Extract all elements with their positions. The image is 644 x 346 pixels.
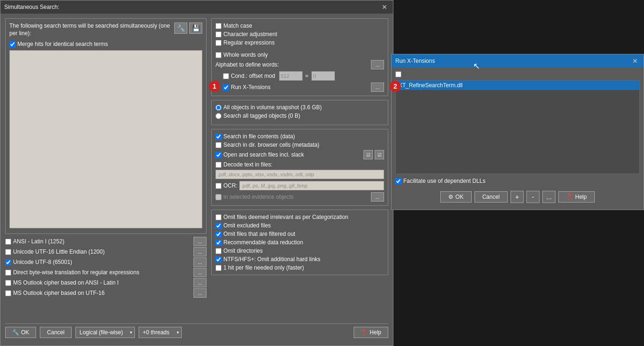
recommendable-label: Recommendable data reduction	[223, 239, 303, 246]
xt-help-button[interactable]: ❓ Help	[558, 191, 595, 203]
wrench-button[interactable]: 🔧	[174, 23, 187, 34]
omit-filtered-label: Omit files that are filtered out	[223, 231, 295, 237]
cond-offset-input1[interactable]	[279, 71, 303, 81]
run-xt-close-button[interactable]: ✕	[630, 57, 640, 65]
encoding-checkbox-6[interactable]	[5, 290, 11, 296]
radio-section: All objects in volume snapshot (3.6 GB) …	[211, 100, 388, 125]
decode-text-label: Decode text in files:	[223, 161, 273, 168]
logical-dropdown[interactable]: Logical (file-wise)	[75, 327, 135, 338]
help-button[interactable]: ❓ Help	[354, 327, 388, 338]
run-xtensions-dots-button[interactable]: ...	[371, 83, 384, 92]
encoding-dots-btn-3[interactable]: ...	[193, 257, 207, 267]
whole-words-checkbox[interactable]	[215, 52, 222, 58]
annotation-1: 1	[209, 81, 220, 92]
encoding-dots-btn-4[interactable]: ...	[193, 268, 207, 277]
omit-irrelevant-checkbox[interactable]	[215, 214, 222, 220]
decode-text-input[interactable]	[215, 170, 384, 179]
omit-dirs-row: Omit directories	[215, 248, 384, 254]
main-dialog-body: The following search terms will be searc…	[0, 14, 393, 346]
encoding-dots-btn-5[interactable]: ...	[193, 278, 207, 287]
run-xtensions-checkbox[interactable]	[223, 84, 229, 90]
search-tagged-radio[interactable]	[215, 113, 222, 119]
cancel-label: Cancel	[47, 329, 64, 336]
run-xt-title: Run X-Tensions	[395, 58, 435, 64]
search-terms-textarea[interactable]	[9, 50, 202, 228]
xt-list-item-selected[interactable]: XT_RefineSearchTerm.dll	[396, 81, 639, 90]
regular-expressions-checkbox[interactable]	[215, 40, 222, 46]
encoding-label-4: Direct byte-wise translation for regular…	[13, 269, 139, 276]
search-contents-label: Search in file contents (data)	[223, 133, 295, 140]
inline-check-pair: ☑ ☑	[363, 150, 384, 159]
search-terms-description: The following search terms will be searc…	[9, 23, 174, 37]
xt-remove-button[interactable]: -	[526, 191, 540, 203]
ntfs-hfs-checkbox[interactable]	[215, 256, 222, 263]
char-adjustment-checkbox[interactable]	[215, 31, 222, 38]
search-dir-checkbox[interactable]	[215, 142, 222, 148]
encoding-checkbox-2[interactable]	[5, 249, 11, 255]
ocr-label: OCR:	[223, 182, 237, 189]
save-button[interactable]: 💾	[189, 23, 202, 34]
omit-dirs-checkbox[interactable]	[215, 248, 222, 254]
search-terms-header: The following search terms will be searc…	[9, 23, 202, 37]
xt-cancel-button[interactable]: Cancel	[474, 191, 508, 203]
in-selected-dots-button[interactable]: ...	[371, 192, 384, 202]
cancel-button[interactable]: Cancel	[40, 327, 71, 338]
facilitate-checkbox[interactable]	[395, 178, 401, 184]
match-case-checkbox[interactable]	[215, 23, 222, 29]
cursor: ↖	[473, 61, 481, 70]
main-close-button[interactable]: ✕	[380, 3, 389, 11]
open-search-checkbox[interactable]	[215, 152, 222, 158]
encoding-label-5: MS Outlook cipher based on ANSI - Latin …	[13, 279, 118, 286]
ok-button[interactable]: 🔧 OK	[5, 327, 36, 338]
all-objects-row: All objects in volume snapshot (3.6 GB)	[215, 104, 384, 111]
decode-text-checkbox[interactable]	[215, 162, 222, 168]
help-icon: ❓	[361, 329, 368, 336]
xt-list[interactable]: XT_RefineSearchTerm.dll	[395, 80, 640, 174]
xt-small-checkbox[interactable]	[395, 71, 401, 77]
open-search-label: Open and search files incl. slack	[223, 151, 304, 158]
run-xt-body: XT_RefineSearchTerm.dll Facilitate use o…	[392, 68, 644, 210]
whole-words-label: Whole words only	[223, 52, 268, 58]
xt-add-button[interactable]: +	[511, 191, 524, 203]
xt-bottom-bar: ⚙ OK Cancel + - ... ❓ Help	[395, 188, 640, 206]
xt-dots-button[interactable]: ...	[542, 191, 555, 203]
merge-checkbox[interactable]	[9, 41, 15, 47]
ocr-checkbox[interactable]	[215, 183, 222, 189]
one-hit-checkbox[interactable]	[215, 265, 222, 271]
encoding-checkbox-4[interactable]	[5, 270, 11, 276]
annotation-2: 2	[390, 81, 401, 92]
ocr-input[interactable]	[239, 181, 384, 190]
regular-expressions-row: Regular expressions	[215, 39, 384, 46]
recommendable-checkbox[interactable]	[215, 240, 222, 246]
in-selected-checkbox[interactable]	[215, 194, 222, 200]
left-panel: The following search terms will be searc…	[5, 18, 207, 320]
match-case-label: Match case	[223, 23, 252, 29]
search-options-section: Search in file contents (data) Search in…	[211, 129, 388, 206]
encoding-dots-btn-6[interactable]: ...	[193, 288, 207, 298]
all-objects-radio[interactable]	[215, 105, 222, 111]
char-adjustment-label: Character adjustment	[223, 31, 277, 38]
encoding-dots-btn-2[interactable]: ...	[193, 247, 207, 256]
omit-excluded-label: Omit excluded files	[223, 222, 271, 229]
top-options-section: Match case Character adjustment Regular …	[211, 18, 388, 96]
cond-offset-input2[interactable]	[311, 71, 335, 81]
bottom-bar: 🔧 OK Cancel Logical (file-wise) +0 threa…	[5, 323, 388, 341]
open-search-row: Open and search files incl. slack ☑ ☑	[215, 150, 384, 159]
cond-offset-label: Cond.: offset mod	[231, 73, 275, 79]
threads-dropdown[interactable]: +0 threads	[139, 327, 182, 338]
encoding-checkbox-3[interactable]	[5, 259, 11, 265]
xt-ok-button[interactable]: ⚙ OK	[440, 191, 471, 203]
encoding-dots-btn-1[interactable]: ...	[193, 237, 207, 246]
threads-select-wrapper: +0 threads	[139, 327, 182, 338]
omit-filtered-checkbox[interactable]	[215, 231, 222, 237]
search-contents-checkbox[interactable]	[215, 134, 222, 140]
omit-excluded-checkbox[interactable]	[215, 223, 222, 229]
cond-offset-row: Cond.: offset mod =	[223, 71, 384, 81]
encoding-checkbox-1[interactable]	[5, 239, 11, 245]
encoding-checkbox-5[interactable]	[5, 280, 11, 286]
in-selected-row: in selected evidence objects ...	[215, 192, 384, 202]
cond-offset-checkbox[interactable]	[223, 73, 229, 79]
encoding-row-6: MS Outlook cipher based on UTF-16 ...	[5, 288, 207, 298]
main-dialog: Simultaneous Search: ✕ The following sea…	[0, 0, 393, 346]
alphabet-dots-button[interactable]: ...	[371, 60, 384, 69]
